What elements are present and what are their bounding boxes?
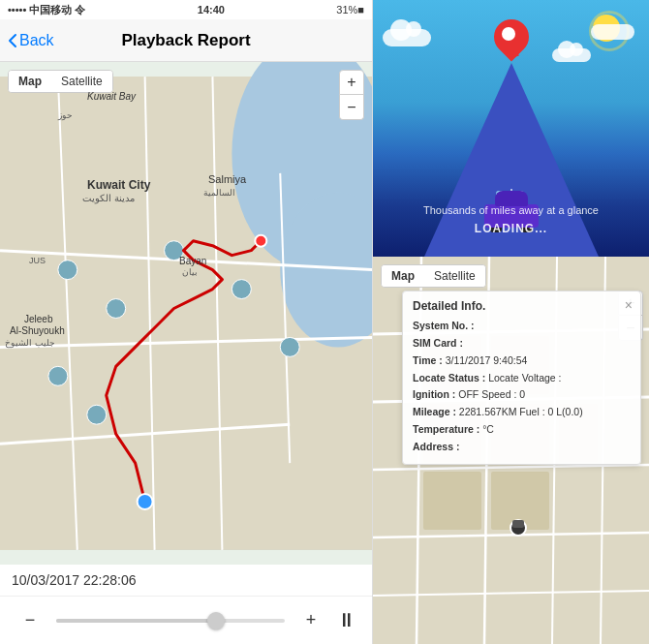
tagline-text: Thousands of miles away at a glance <box>373 204 649 216</box>
pause-button[interactable]: ⏸ <box>337 609 356 631</box>
zoom-out-button[interactable]: − <box>339 95 364 120</box>
svg-point-20 <box>138 494 153 509</box>
detail-row-address: Address : <box>413 439 631 456</box>
map-label-kuwait-bay: Kuwait Bay <box>87 91 136 102</box>
svg-rect-37 <box>423 472 481 530</box>
right-panel: Thousands of miles away at a glance LOAD… <box>373 0 649 644</box>
svg-point-13 <box>58 261 77 280</box>
left-panel: ••••• 中国移动 令 14:40 31%■ Back Playback Re… <box>0 0 373 644</box>
map-label-jeleeb: Jeleeb <box>24 314 52 324</box>
illustration-content: Thousands of miles away at a glance LOAD… <box>373 0 649 257</box>
detail-close-button[interactable]: × <box>625 297 633 313</box>
map-type-map[interactable]: Map <box>8 70 52 93</box>
map-view[interactable]: Map Satellite + − Kuwait Bay حوز Kuwait … <box>0 62 372 565</box>
battery: 31%■ <box>336 4 364 15</box>
page-title: Playback Report <box>121 31 250 50</box>
playback-controls: − + ⏸ <box>0 596 372 644</box>
zoom-in-button[interactable]: + <box>339 70 364 95</box>
map-background <box>0 62 372 565</box>
carrier-signal: ••••• 中国移动 令 <box>8 3 85 17</box>
svg-point-21 <box>255 235 266 247</box>
location-pin-icon <box>494 19 529 60</box>
detail-row-mileage: Mileage : 2281.567KM Fuel : 0 L(0.0) <box>413 404 631 421</box>
map-type-toggle[interactable]: Map Satellite <box>8 70 113 93</box>
map-label-salmiya: Salmiya <box>208 173 246 185</box>
map-label-arabic-2: مدينة الكويت <box>82 193 135 203</box>
detail-row-locate: Locate Status : Locate Voltage : <box>413 370 631 387</box>
back-label: Back <box>19 32 54 49</box>
detail-row-ignition: Ignition : OFF Speed : 0 <box>413 386 631 404</box>
map-label-bayan: Bayan <box>179 256 206 266</box>
detail-row-simcard: SIM Card : <box>413 335 631 353</box>
map-label-arabic-5: جليب الشيوخ <box>5 338 55 348</box>
svg-rect-40 <box>512 520 524 528</box>
map-label-shuyoukh: Al-Shuyoukh <box>10 325 65 336</box>
back-button[interactable]: Back <box>8 32 54 49</box>
detail-info-box: × Detailed Info. System No. : SIM Card :… <box>402 291 641 465</box>
detail-info-title: Detailed Info. <box>413 299 631 313</box>
cloud-icon-3 <box>591 24 634 40</box>
svg-point-16 <box>232 280 251 299</box>
cloud-icon-1 <box>383 29 431 46</box>
illustration-area: Thousands of miles away at a glance LOAD… <box>373 0 649 257</box>
map-label-arabic-3: السالمية <box>203 188 235 198</box>
svg-point-14 <box>107 299 126 319</box>
progress-fill <box>56 619 216 623</box>
playback-time: 10/03/2017 22:28:06 <box>0 565 372 596</box>
right-map-type-map[interactable]: Map <box>381 264 425 288</box>
detail-row-temp: Temperature : °C <box>413 421 631 439</box>
right-map-view[interactable]: Map Satellite × Detailed Info. System No… <box>373 257 649 644</box>
map-label-kuwait-city: Kuwait City <box>87 178 150 192</box>
clock: 14:40 <box>198 4 225 15</box>
progress-bar[interactable] <box>56 619 285 623</box>
speed-decrease-button[interactable]: − <box>15 606 45 635</box>
detail-row-system: System No. : <box>413 318 631 335</box>
loading-text: LOADING... <box>373 222 649 235</box>
right-map-type-satellite[interactable]: Satellite <box>424 265 485 287</box>
map-label-arabic-1: حوز <box>58 110 73 120</box>
zoom-controls: + − <box>339 70 364 120</box>
svg-point-18 <box>48 366 68 385</box>
nav-bar: Back Playback Report <box>0 19 372 62</box>
detail-row-time: Time : 3/11/2017 9:40:54 <box>413 353 631 370</box>
progress-thumb[interactable] <box>207 612 225 629</box>
map-type-satellite[interactable]: Satellite <box>51 71 112 92</box>
map-label-arabic-4: JUS <box>29 256 46 265</box>
speed-increase-button[interactable]: + <box>296 606 325 635</box>
svg-point-19 <box>87 405 107 424</box>
svg-point-17 <box>280 337 299 356</box>
chevron-left-icon <box>8 33 17 48</box>
right-map-type-toggle[interactable]: Map Satellite <box>381 264 486 288</box>
status-bar: ••••• 中国移动 令 14:40 31%■ <box>0 0 372 19</box>
cloud-icon-2 <box>552 48 591 62</box>
map-label-arabic-bayan: بيان <box>182 267 198 277</box>
